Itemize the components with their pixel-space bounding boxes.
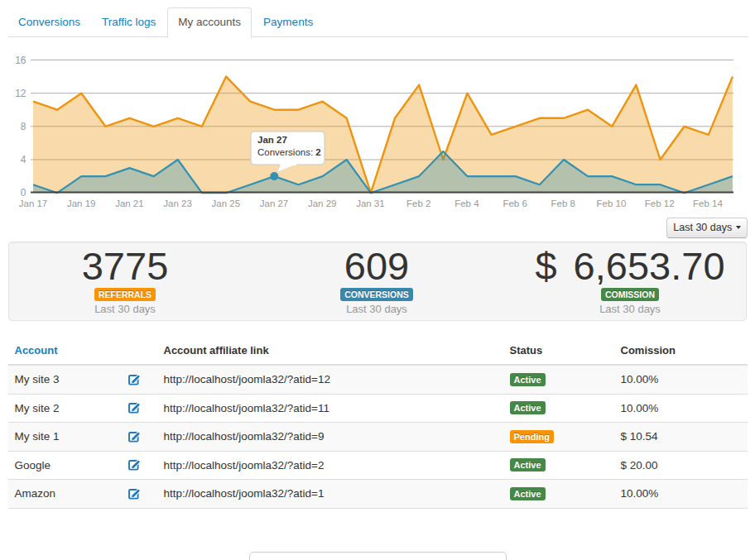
svg-text:Feb 2: Feb 2 [406, 199, 430, 208]
svg-text:Feb 6: Feb 6 [503, 199, 527, 208]
svg-text:Jan 21: Jan 21 [115, 199, 144, 208]
svg-text:8: 8 [21, 121, 26, 132]
svg-text:Jan 27: Jan 27 [257, 135, 287, 145]
svg-text:Jan 19: Jan 19 [67, 199, 96, 208]
svg-text:Feb 14: Feb 14 [693, 199, 723, 208]
svg-text:Jan 23: Jan 23 [163, 199, 192, 208]
svg-text:Jan 17: Jan 17 [19, 199, 48, 208]
svg-text:Jan 27: Jan 27 [260, 199, 289, 208]
svg-text:Feb 12: Feb 12 [645, 199, 675, 208]
svg-text:0: 0 [21, 187, 26, 199]
svg-text:Feb 8: Feb 8 [551, 199, 575, 208]
svg-text:12: 12 [15, 88, 26, 99]
svg-text:Jan 29: Jan 29 [308, 199, 337, 208]
svg-text:Feb 4: Feb 4 [454, 199, 479, 208]
svg-text:4: 4 [21, 154, 26, 165]
svg-text:Jan 25: Jan 25 [212, 199, 241, 208]
svg-text:16: 16 [15, 55, 26, 66]
svg-text:Jan 31: Jan 31 [356, 199, 385, 208]
svg-text:Feb 10: Feb 10 [597, 199, 627, 208]
svg-text:Conversions: 2: Conversions: 2 [257, 147, 321, 157]
